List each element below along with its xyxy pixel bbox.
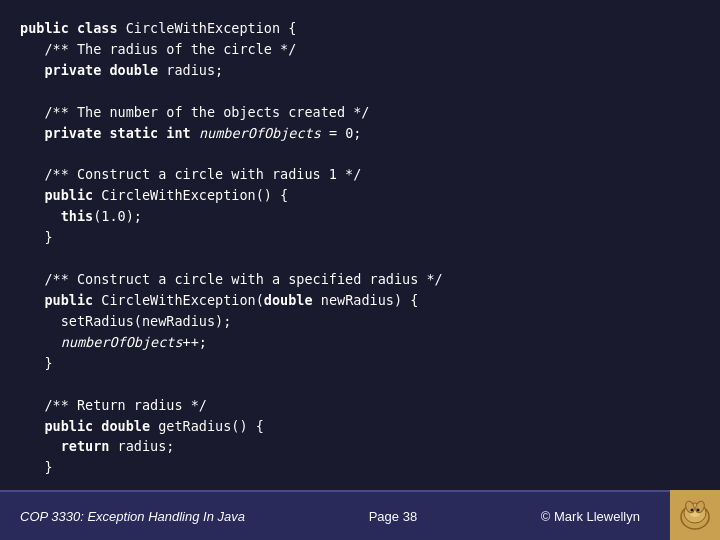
footer-course: COP 3330: Exception Handling In Java: [20, 509, 245, 524]
main-content: public class CircleWithException { /** T…: [0, 0, 720, 490]
footer-page: Page 38: [369, 509, 417, 524]
footer: COP 3330: Exception Handling In Java Pag…: [0, 490, 720, 540]
footer-logo: [670, 490, 720, 540]
code-block: public class CircleWithException { /** T…: [20, 18, 700, 478]
svg-point-5: [691, 509, 694, 512]
footer-copyright: © Mark Llewellyn: [541, 509, 640, 524]
svg-point-6: [697, 509, 700, 512]
footer-wrapper: COP 3330: Exception Handling In Java Pag…: [0, 490, 720, 540]
code-line-1: public class CircleWithException { /** T…: [20, 20, 443, 475]
